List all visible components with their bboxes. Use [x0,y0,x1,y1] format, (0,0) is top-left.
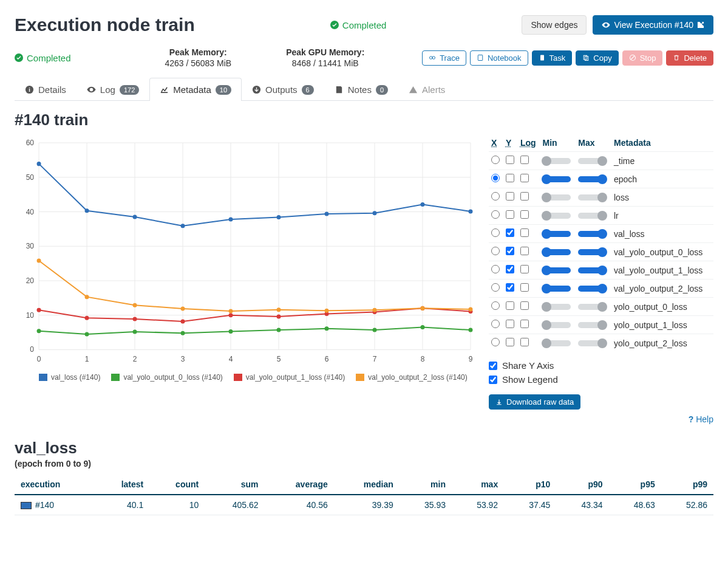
log-checkbox[interactable] [520,156,529,164]
min-slider[interactable] [543,267,571,273]
min-slider[interactable] [543,194,571,201]
control-row: epoch [489,170,713,188]
share-y-input[interactable] [489,362,497,370]
x-radio[interactable] [491,265,500,273]
delete-button[interactable]: Delete [666,50,713,66]
max-slider[interactable] [578,176,606,182]
log-checkbox[interactable] [520,320,529,328]
max-slider[interactable] [578,340,606,346]
svg-text:3: 3 [181,355,185,363]
min-slider[interactable] [543,231,571,237]
max-slider[interactable] [578,322,606,328]
svg-point-78 [181,306,185,311]
x-radio[interactable] [491,283,500,292]
tab-log[interactable]: Log172 [77,78,149,101]
y-checkbox[interactable] [506,320,514,328]
min-slider[interactable] [543,304,571,310]
min-slider[interactable] [543,322,571,328]
y-checkbox[interactable] [506,283,514,292]
y-checkbox[interactable] [506,210,514,219]
download-raw-button[interactable]: Download raw data [489,394,580,410]
tab-notes[interactable]: Notes0 [324,78,398,101]
log-checkbox[interactable] [520,338,529,346]
svg-text:7: 7 [373,355,377,363]
x-radio[interactable] [491,228,500,237]
max-slider[interactable] [578,194,606,201]
notebook-button[interactable]: Notebook [470,50,528,66]
x-radio[interactable] [491,301,500,310]
max-slider[interactable] [578,213,606,219]
legend-item[interactable]: val_yolo_output_0_loss (#140) [111,373,222,382]
outputs-count-badge: 6 [302,85,314,95]
legend-item[interactable]: val_loss (#140) [39,373,100,382]
y-checkbox[interactable] [506,156,514,164]
tab-metadata[interactable]: Metadata10 [149,78,242,101]
y-checkbox[interactable] [506,174,514,182]
svg-point-68 [181,319,185,323]
log-checkbox[interactable] [520,210,529,219]
log-checkbox[interactable] [520,247,529,255]
max-slider[interactable] [578,304,606,310]
log-checkbox[interactable] [520,265,529,273]
max-slider[interactable] [578,267,606,273]
x-radio[interactable] [491,247,500,255]
svg-point-83 [420,306,424,311]
min-slider[interactable] [543,213,571,219]
x-radio[interactable] [491,156,500,164]
notebook-label: Notebook [488,53,522,63]
tab-details[interactable]: iDetails [15,78,77,101]
log-checkbox[interactable] [520,192,529,201]
x-radio[interactable] [491,174,500,182]
legend-item[interactable]: val_yolo_output_2_loss (#140) [356,373,467,382]
share-y-checkbox[interactable]: Share Y Axis [489,360,713,371]
log-checkbox[interactable] [520,283,529,292]
col-log[interactable]: Log [518,137,540,152]
log-checkbox[interactable] [520,301,529,310]
show-legend-input[interactable] [489,376,497,384]
trace-button[interactable]: Trace [422,50,466,66]
min-slider[interactable] [543,158,571,164]
legend-item[interactable]: val_yolo_output_1_loss (#140) [234,373,345,382]
svg-point-66 [85,316,89,320]
legend-swatch [39,374,47,381]
view-execution-label: View Execution #140 [614,20,693,30]
svg-point-52 [372,211,376,215]
y-checkbox[interactable] [506,247,514,255]
x-radio[interactable] [491,192,500,201]
summary-col-p10: p10 [504,475,556,495]
svg-point-54 [468,209,472,213]
control-row: loss [489,188,713,207]
control-row: yolo_output_0_loss [489,298,713,316]
summary-col-execution: execution [15,475,96,495]
col-x[interactable]: X [489,137,503,152]
max-slider[interactable] [578,286,606,292]
copy-button[interactable]: Copy [576,50,618,66]
x-radio[interactable] [491,210,500,219]
y-checkbox[interactable] [506,265,514,273]
x-radio[interactable] [491,320,500,328]
log-checkbox[interactable] [520,228,529,237]
task-button[interactable]: Task [532,50,573,66]
view-execution-button[interactable]: View Execution #140 [593,15,713,35]
help-link[interactable]: Help [689,414,713,424]
y-checkbox[interactable] [506,192,514,201]
show-edges-button[interactable]: Show edges [522,15,587,35]
show-legend-checkbox[interactable]: Show Legend [489,374,713,385]
x-radio[interactable] [491,338,500,346]
min-slider[interactable] [543,176,571,182]
y-checkbox[interactable] [506,301,514,310]
y-checkbox[interactable] [506,338,514,346]
summary-col-max: max [452,475,504,495]
max-slider[interactable] [578,231,606,237]
min-slider[interactable] [543,340,571,346]
max-slider[interactable] [578,249,606,255]
log-checkbox[interactable] [520,174,529,182]
min-slider[interactable] [543,286,571,292]
eye-icon [602,21,610,29]
max-slider[interactable] [578,158,606,164]
trace-label: Trace [440,53,460,63]
col-y[interactable]: Y [503,137,518,152]
y-checkbox[interactable] [506,228,514,237]
min-slider[interactable] [543,249,571,255]
tab-outputs[interactable]: Outputs6 [242,78,324,101]
